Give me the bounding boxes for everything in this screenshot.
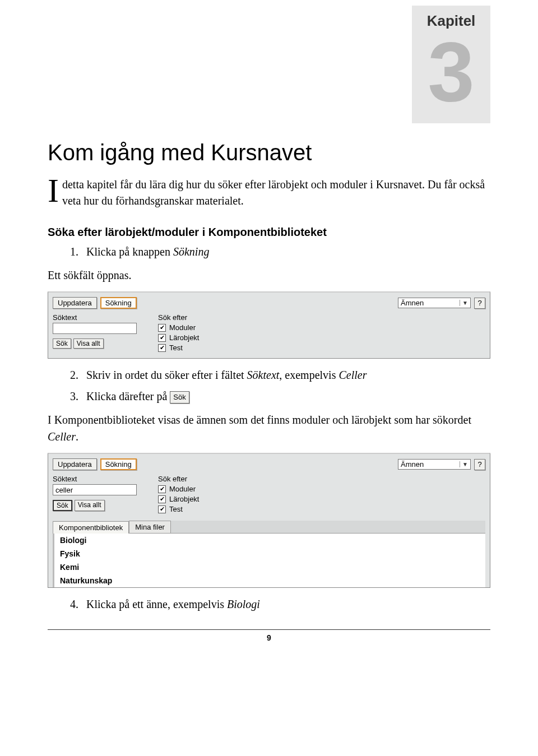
step-3: 3. Klicka därefter på Sök: [70, 388, 490, 405]
chevron-down-icon: ▼: [460, 300, 468, 306]
test-checkbox[interactable]: ✔: [158, 344, 166, 352]
chapter-badge: Kapitel 3: [412, 6, 490, 123]
step-number: 3.: [70, 388, 84, 405]
sok-button[interactable]: Sök: [53, 338, 71, 349]
after-step-1: Ett sökfält öppnas.: [48, 267, 490, 284]
soktext-input[interactable]: [53, 323, 137, 334]
section-heading: Söka efter lärobjekt/moduler i Komponent…: [48, 226, 490, 239]
sok-button[interactable]: Sök: [53, 500, 72, 511]
step-number: 2.: [70, 367, 84, 383]
help-button[interactable]: ?: [474, 298, 485, 309]
page-footer: 9: [48, 629, 490, 642]
search-panel-1: Uppdatera Sökning Ämnen ▼ ? Söktext Sök …: [48, 291, 490, 359]
step-1: 1. Klicka på knappen Sökning: [70, 243, 490, 260]
step-4: 4. Klicka på ett änne, exempelvis Biolog…: [70, 596, 490, 613]
help-button[interactable]: ?: [474, 459, 485, 470]
subject-item[interactable]: Naturkunskap: [54, 574, 485, 587]
larobjekt-checkbox[interactable]: ✔: [158, 334, 166, 342]
moduler-checkbox[interactable]: ✔: [158, 324, 166, 332]
subject-item[interactable]: Fysik: [54, 547, 485, 560]
step-2: 2. Skriv in ordet du söker efter i fälte…: [70, 367, 490, 383]
page-title: Kom igång med Kursnavet: [48, 140, 490, 165]
step-number: 1.: [70, 243, 84, 260]
sokefter-label: Sök efter: [158, 313, 199, 322]
page-number: 9: [267, 633, 271, 642]
subject-item[interactable]: Kemi: [54, 560, 485, 574]
uppdatera-button[interactable]: Uppdatera: [53, 458, 97, 470]
soktext-label: Söktext: [53, 475, 142, 483]
moduler-checkbox[interactable]: ✔: [158, 485, 166, 493]
intro-text: detta kapitel får du lära dig hur du sök…: [62, 178, 485, 207]
soktext-input[interactable]: [53, 484, 137, 495]
chapter-number: 3: [412, 30, 490, 114]
tab-mina-filer[interactable]: Mina filer: [129, 521, 171, 533]
chevron-down-icon: ▼: [460, 461, 468, 467]
dropcap: I: [48, 177, 62, 205]
soktext-label: Söktext: [53, 313, 142, 322]
sokefter-label: Sök efter: [158, 475, 199, 483]
inline-sok-button[interactable]: Sök: [170, 391, 189, 403]
test-checkbox[interactable]: ✔: [158, 505, 166, 513]
amnen-select[interactable]: Ämnen ▼: [398, 459, 471, 470]
after-step-3: I Komponentbiblioteket visas de ämnen so…: [48, 411, 490, 445]
intro-paragraph: I detta kapitel får du lära dig hur du s…: [48, 177, 490, 209]
step-number: 4.: [70, 596, 84, 613]
larobjekt-checkbox[interactable]: ✔: [158, 495, 166, 503]
tab-komponentbibliotek[interactable]: Komponentbibliotek: [53, 521, 129, 534]
sokning-button[interactable]: Sökning: [100, 297, 137, 309]
subject-list: Biologi Fysik Kemi Naturkunskap: [53, 534, 485, 587]
uppdatera-button[interactable]: Uppdatera: [53, 297, 97, 309]
visa-allt-button[interactable]: Visa allt: [73, 338, 104, 349]
search-panel-2: Uppdatera Sökning Ämnen ▼ ? Söktext Sök …: [48, 453, 490, 588]
sokning-button[interactable]: Sökning: [100, 458, 137, 470]
visa-allt-button[interactable]: Visa allt: [75, 500, 105, 511]
subject-item[interactable]: Biologi: [54, 534, 485, 547]
amnen-select[interactable]: Ämnen ▼: [398, 298, 471, 308]
